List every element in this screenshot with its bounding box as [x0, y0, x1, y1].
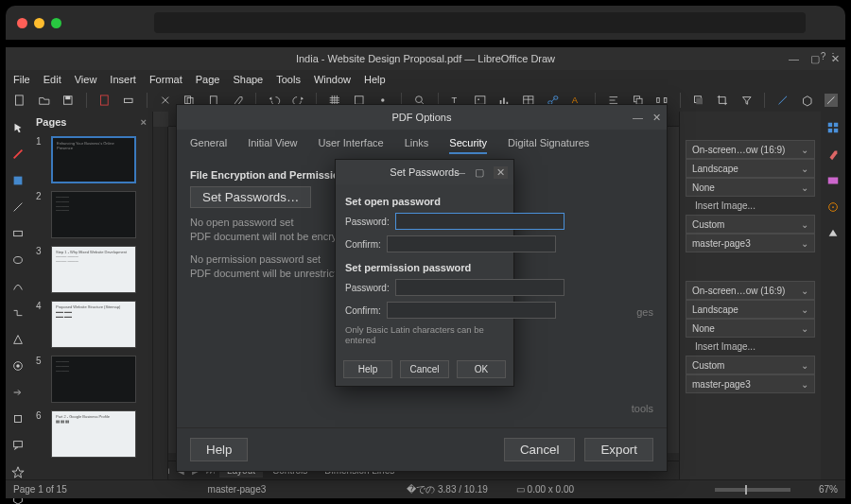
sidebar-dropdown[interactable]: master-page3⌄	[686, 374, 815, 393]
tab-general[interactable]: General	[190, 137, 227, 154]
fill-color-icon[interactable]	[11, 174, 25, 187]
menu-tools[interactable]: Tools	[276, 74, 301, 85]
sidebar-gallery-icon[interactable]	[826, 174, 840, 187]
pdf-cancel-button[interactable]: Cancel	[504, 438, 576, 461]
sidebar-dropdown[interactable]: Landscape⌄	[686, 159, 815, 178]
page-thumb[interactable]: 5───────────────	[36, 356, 147, 403]
menu-format[interactable]: Format	[149, 74, 182, 85]
tab-initial-view[interactable]: Initial View	[248, 137, 297, 154]
pwd-ok-button[interactable]: OK	[457, 360, 506, 378]
sidebar-dropdown[interactable]: On-screen…ow (16:9)⌄	[686, 281, 815, 300]
flowchart-icon[interactable]	[11, 412, 25, 426]
sidebar-help-icon[interactable]: ? ⋮	[821, 51, 838, 61]
tab-user-interface[interactable]: User Interface	[319, 137, 384, 154]
status-size: ▭ 0.00 x 0.00	[516, 484, 574, 495]
pages-panel-close-icon[interactable]: ×	[141, 116, 147, 128]
url-bar[interactable]	[154, 12, 806, 33]
pwd-dialog-title: Set Passwords	[390, 166, 459, 178]
menu-view[interactable]: View	[75, 74, 97, 85]
sidebar-styles-icon[interactable]	[826, 148, 840, 161]
ellipse-tool-icon[interactable]	[11, 253, 25, 267]
svg-rect-25	[14, 231, 23, 235]
pwd-maximize-icon[interactable]: ▢	[475, 166, 484, 179]
perm-password-input[interactable]	[395, 279, 564, 296]
perm-confirm-input[interactable]	[387, 302, 556, 319]
crop-icon[interactable]	[716, 94, 729, 107]
filter-icon[interactable]	[740, 94, 754, 107]
tab-links[interactable]: Links	[405, 137, 429, 154]
open-password-input[interactable]	[395, 213, 564, 230]
arrow-shapes-icon[interactable]	[11, 386, 25, 399]
sidebar-dropdown[interactable]: On-screen…ow (16:9)⌄	[686, 140, 815, 159]
app-minimize-icon[interactable]: —	[789, 53, 799, 65]
menu-window[interactable]: Window	[314, 74, 351, 85]
sidebar-dropdown[interactable]: None⌄	[686, 178, 815, 197]
save-icon[interactable]	[61, 94, 75, 107]
sidebar-insert-image[interactable]: Insert Image...	[686, 197, 815, 215]
pwd-minimize-icon[interactable]: —	[455, 166, 465, 179]
menu-edit[interactable]: Edit	[43, 74, 61, 85]
page-thumb[interactable]: 4Proposed Website Structure (Sitemap)▬▬ …	[36, 301, 147, 348]
zoom-slider[interactable]	[715, 488, 790, 492]
callout-icon[interactable]	[11, 439, 25, 452]
line-color-icon[interactable]	[11, 148, 25, 161]
tab-digital-signatures[interactable]: Digital Signatures	[508, 137, 589, 154]
page-thumb[interactable]: 2────────────────────	[36, 191, 147, 238]
shadow-icon[interactable]	[692, 94, 705, 107]
export-pdf-icon[interactable]	[98, 94, 112, 107]
pwd-close-icon[interactable]: ✕	[494, 166, 508, 179]
left-toolbar	[6, 112, 30, 479]
extrusion-icon[interactable]	[801, 94, 814, 107]
svg-rect-31	[14, 442, 23, 447]
rect-tool-icon[interactable]	[11, 227, 25, 240]
maximize-window-icon[interactable]	[51, 18, 61, 28]
new-icon[interactable]	[13, 94, 26, 107]
line-edit-icon[interactable]	[776, 94, 790, 107]
curve-tool-icon[interactable]	[11, 280, 25, 293]
sidebar-properties-icon[interactable]	[826, 121, 840, 134]
pdf-help-button[interactable]: Help	[190, 438, 248, 461]
tab-security[interactable]: Security	[449, 137, 487, 154]
page-thumb[interactable]: 3Step 1 - Why Mixed Website Development─…	[36, 246, 147, 293]
cut-icon[interactable]	[159, 94, 172, 107]
print-icon[interactable]	[122, 94, 135, 107]
draw-functions-icon[interactable]	[825, 94, 838, 107]
sidebar-insert-image[interactable]: Insert Image...	[686, 338, 815, 356]
app-maximize-icon[interactable]: ▢	[810, 53, 820, 65]
open-confirm-input[interactable]	[387, 235, 556, 252]
minimize-window-icon[interactable]	[34, 18, 44, 28]
svg-rect-4	[125, 98, 132, 102]
page-thumb[interactable]: 6Part 2 - Google Business Profile▮▮ ▮▮ ▮…	[36, 410, 147, 458]
star-icon[interactable]	[11, 465, 25, 478]
dialog-minimize-icon[interactable]: —	[633, 112, 643, 124]
select-icon[interactable]	[11, 121, 25, 134]
svg-marker-27	[14, 336, 23, 344]
pages-list[interactable]: 1Enhancing Your Business's Online Presen…	[30, 132, 152, 479]
status-master: master-page3	[208, 484, 267, 495]
connector-tool-icon[interactable]	[11, 306, 25, 320]
dialog-close-icon[interactable]: ✕	[652, 112, 661, 124]
sidebar-dropdown[interactable]: Landscape⌄	[686, 300, 815, 319]
symbol-shapes-icon[interactable]	[11, 359, 25, 373]
sidebar-shapes-icon[interactable]	[826, 227, 840, 240]
sidebar-dropdown[interactable]: master-page3⌄	[686, 234, 815, 252]
menu-help[interactable]: Help	[364, 74, 386, 85]
sidebar-navigator-icon[interactable]	[826, 200, 840, 214]
menu-insert[interactable]: Insert	[110, 74, 136, 85]
status-zoom[interactable]: 67%	[819, 484, 838, 495]
sidebar-dropdown[interactable]: Custom⌄	[686, 215, 815, 234]
menu-file[interactable]: File	[13, 74, 30, 85]
sidebar-dropdown[interactable]: Custom⌄	[686, 356, 815, 374]
basic-shapes-icon[interactable]	[11, 333, 25, 346]
page-thumb[interactable]: 1Enhancing Your Business's Online Presen…	[36, 136, 147, 183]
pdf-export-button[interactable]: Export	[584, 438, 653, 461]
menu-shape[interactable]: Shape	[233, 74, 263, 85]
line-tool-icon[interactable]	[11, 200, 25, 214]
pwd-help-button[interactable]: Help	[343, 360, 392, 378]
pwd-cancel-button[interactable]: Cancel	[400, 360, 449, 378]
menu-page[interactable]: Page	[196, 74, 220, 85]
open-icon[interactable]	[38, 94, 51, 107]
set-passwords-button[interactable]: Set Passwords…	[190, 186, 311, 208]
close-window-icon[interactable]	[17, 18, 27, 28]
sidebar-dropdown[interactable]: None⌄	[686, 319, 815, 338]
